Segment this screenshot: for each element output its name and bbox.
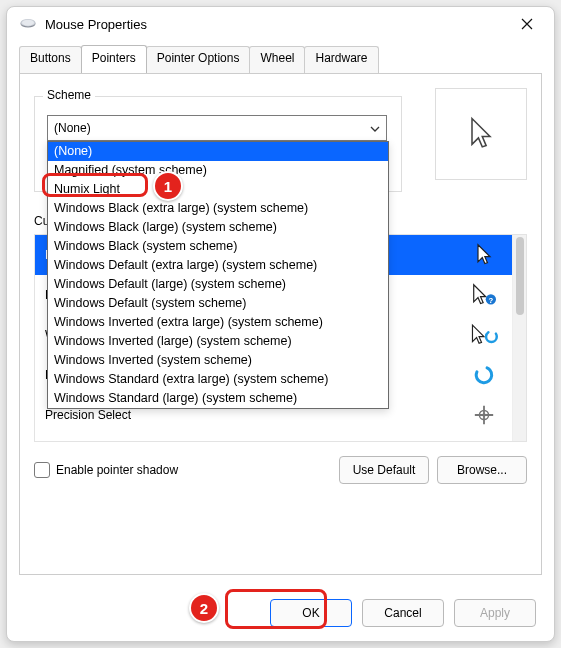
scheme-option[interactable]: Windows Default (system scheme) [48, 294, 388, 313]
browse-button[interactable]: Browse... [437, 456, 527, 484]
mouse-properties-window: Mouse Properties Buttons Pointers Pointe… [6, 6, 555, 642]
tabs-bar: Buttons Pointers Pointer Options Wheel H… [7, 45, 554, 73]
window-title: Mouse Properties [45, 17, 147, 32]
busy-circle-icon [466, 363, 502, 387]
svg-point-2 [22, 20, 34, 26]
scheme-option[interactable]: Windows Standard (extra large) (system s… [48, 370, 388, 389]
tab-wheel[interactable]: Wheel [249, 46, 305, 74]
scheme-option[interactable]: Windows Black (system scheme) [48, 237, 388, 256]
crosshair-icon [466, 404, 502, 426]
use-default-button[interactable]: Use Default [339, 456, 429, 484]
close-button[interactable] [510, 9, 544, 39]
tab-hardware[interactable]: Hardware [304, 46, 378, 74]
scheme-option[interactable]: Windows Standard (large) (system scheme) [48, 389, 388, 408]
pointer-preview [435, 88, 527, 180]
scheme-option[interactable]: Windows Default (large) (system scheme) [48, 275, 388, 294]
chevron-down-icon [370, 123, 380, 134]
scheme-dropdown-list[interactable]: (None) Magnified (system scheme) Numix L… [47, 141, 389, 409]
ok-button[interactable]: OK [270, 599, 352, 627]
scheme-option[interactable]: Magnified (system scheme) [48, 161, 388, 180]
mouse-icon [19, 17, 37, 31]
svg-point-8 [482, 413, 486, 417]
close-icon [521, 18, 533, 30]
scheme-option[interactable]: Windows Default (extra large) (system sc… [48, 256, 388, 275]
scheme-legend: Scheme [43, 88, 95, 102]
scheme-combobox[interactable]: (None) (None) Magnified (system scheme) … [47, 115, 387, 141]
options-row: Enable pointer shadow Use Default Browse… [34, 456, 527, 484]
annotation-badge-2: 2 [189, 593, 219, 623]
scheme-option[interactable]: Windows Black (large) (system scheme) [48, 218, 388, 237]
dialog-buttons: OK Cancel Apply [7, 585, 554, 641]
scheme-option[interactable]: Windows Inverted (system scheme) [48, 351, 388, 370]
svg-point-5 [486, 331, 497, 342]
scheme-section: Scheme (None) (None) Magnified (system s… [34, 88, 527, 192]
scheme-option[interactable]: Numix Light [48, 180, 388, 199]
enable-shadow-label: Enable pointer shadow [56, 463, 178, 477]
svg-point-6 [473, 364, 495, 386]
tab-buttons[interactable]: Buttons [19, 46, 82, 74]
scrollbar[interactable] [512, 235, 526, 441]
scheme-option[interactable]: (None) [48, 142, 388, 161]
list-item-label: Precision Select [45, 408, 466, 422]
cursor-help-icon: ? [466, 283, 502, 307]
cursor-icon [467, 116, 495, 152]
annotation-badge-1: 1 [153, 171, 183, 201]
cursor-busy-icon [466, 323, 502, 347]
scheme-option[interactable]: Windows Inverted (extra large) (system s… [48, 313, 388, 332]
svg-text:?: ? [488, 296, 493, 305]
apply-button[interactable]: Apply [454, 599, 536, 627]
tab-pane: Scheme (None) (None) Magnified (system s… [19, 73, 542, 575]
cancel-button[interactable]: Cancel [362, 599, 444, 627]
cursor-icon [466, 243, 502, 267]
titlebar: Mouse Properties [7, 7, 554, 41]
tab-pointers[interactable]: Pointers [81, 45, 147, 73]
enable-shadow-checkbox[interactable] [34, 462, 50, 478]
scheme-option[interactable]: Windows Inverted (large) (system scheme) [48, 332, 388, 351]
tab-pointer-options[interactable]: Pointer Options [146, 46, 251, 74]
scheme-current-value: (None) [54, 121, 91, 135]
scheme-option[interactable]: Windows Black (extra large) (system sche… [48, 199, 388, 218]
scroll-thumb[interactable] [516, 237, 524, 315]
